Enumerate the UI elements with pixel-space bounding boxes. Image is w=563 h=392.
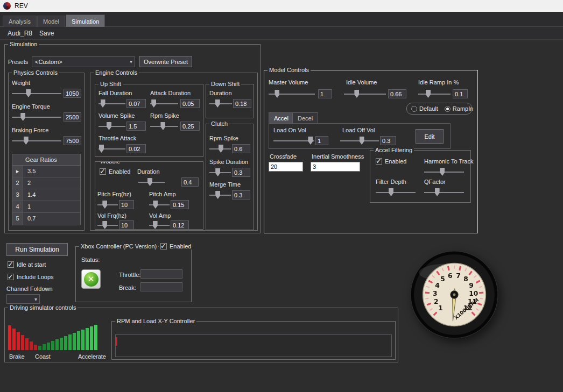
gear-ratio-cell[interactable]: 2	[23, 177, 80, 189]
up-shift-group: Up Shift Fall Duration 0.07 Attack Durat…	[95, 84, 203, 157]
overwrite-preset-button[interactable]: Overwrite Preset	[139, 56, 192, 67]
rpm-spike-value: 0.25	[180, 122, 200, 131]
gear-ratio-cell[interactable]: 1.4	[23, 189, 80, 201]
break-input[interactable]	[140, 282, 182, 291]
table-row[interactable]: 3 1.4	[12, 189, 80, 201]
xy-controller-pad[interactable]	[115, 334, 392, 357]
idle-volume-slider[interactable]	[344, 90, 386, 98]
load-off-value: 0.3	[380, 136, 396, 145]
menu-separator	[0, 39, 563, 40]
idle-volume-value: 0.66	[388, 89, 406, 98]
gear-ratio-cell[interactable]: 3.5	[23, 166, 80, 177]
checkbox-box	[100, 168, 106, 175]
crossfade-input[interactable]: 20	[269, 162, 303, 172]
throttle-attack-slider[interactable]	[98, 145, 125, 153]
load-tab-panel: Load On Vol 1 Load Off Vol 0.3 Edit	[269, 123, 451, 149]
throttle-input[interactable]	[140, 269, 182, 279]
idle-volume-label: Idle Volume	[346, 79, 377, 86]
svg-text:10: 10	[469, 290, 478, 297]
tab-model[interactable]: Model	[37, 16, 65, 27]
row-header[interactable]: 4	[12, 201, 23, 212]
vol-frq-slider[interactable]	[97, 221, 118, 230]
pitch-amp-slider[interactable]	[149, 201, 170, 209]
master-volume-slider[interactable]	[269, 90, 315, 98]
pitch-frq-label: Pitch Frq(hz)	[97, 191, 131, 198]
wobble-enabled-checkbox[interactable]: Enabled	[100, 168, 130, 175]
volume-spike-value: 1.5	[126, 122, 146, 131]
vol-amp-slider[interactable]	[149, 221, 170, 230]
xbox-group-title: Xbox Controller (PC Version)	[79, 243, 158, 250]
spike-duration-slider[interactable]	[209, 168, 231, 177]
accel-filtering-enabled-checkbox[interactable]: Enabled	[376, 158, 406, 165]
filter-depth-slider[interactable]	[376, 188, 416, 197]
row-header[interactable]: 3	[12, 189, 23, 201]
merge-time-value: 0.3	[232, 190, 250, 199]
filter-depth-label: Filter Depth	[376, 179, 406, 186]
radio-rampin[interactable]: RampIn	[445, 105, 474, 112]
rpm-gauge: 123456789101112 X1000RPM	[410, 251, 498, 339]
model-controls-group: Model Controls Master Volume 1 Idle Volu…	[264, 70, 478, 233]
radio-circle-icon	[445, 106, 451, 112]
row-selector-marker[interactable]: ▸	[12, 166, 23, 177]
vol-frq-label: Vol Frq(hz)	[97, 212, 126, 219]
inertial-smoothness-input[interactable]: 3	[311, 162, 360, 172]
harmonic-to-track-slider[interactable]	[424, 168, 464, 176]
radio-default[interactable]: Default	[411, 105, 438, 112]
tab-analysis[interactable]: Analysis	[3, 16, 37, 27]
pitch-frq-slider[interactable]	[97, 201, 118, 209]
merge-time-label: Merge Time	[209, 181, 241, 188]
idle-ramp-slider[interactable]	[418, 90, 451, 98]
rpm-spike-slider[interactable]	[150, 122, 178, 131]
presets-combobox[interactable]: <Custom>	[32, 56, 135, 67]
wobble-duration-slider[interactable]	[138, 178, 165, 187]
accel-filtering-title: Accel Filtering	[374, 147, 414, 154]
fall-duration-slider[interactable]	[98, 99, 125, 108]
row-header[interactable]: 2	[12, 177, 23, 189]
menu-item-save[interactable]: Save	[39, 30, 54, 37]
row-header[interactable]: 5	[12, 213, 23, 225]
ramp-mode-radio-group: Default RampIn	[406, 103, 472, 115]
load-off-slider[interactable]	[340, 137, 379, 145]
table-row[interactable]: 4 1	[12, 201, 80, 213]
table-row[interactable]: ▸ 3.5	[12, 166, 80, 177]
volume-spike-slider[interactable]	[98, 122, 125, 131]
merge-time-slider[interactable]	[209, 191, 231, 199]
xbox-enabled-checkbox[interactable]: Enabled	[159, 243, 193, 250]
qfactor-slider[interactable]	[424, 188, 464, 197]
menu-item-project[interactable]: Audi_R8	[8, 30, 32, 37]
menu-bar: Audi_R8 Save	[0, 27, 563, 39]
master-volume-label: Master Volume	[269, 79, 308, 86]
weight-slider[interactable]	[12, 89, 61, 98]
engine-torque-slider[interactable]	[12, 113, 61, 122]
accelerate-label: Accelerate	[78, 353, 106, 360]
tab-simulation[interactable]: Simulation	[66, 15, 105, 27]
checkbox-label: Enabled	[109, 168, 130, 175]
gear-ratio-cell[interactable]: 1	[23, 201, 80, 212]
load-on-label: Load On Vol	[273, 127, 306, 134]
throttle-label: Throttle:	[119, 272, 140, 279]
clutch-rpm-spike-slider[interactable]	[209, 145, 231, 153]
run-simulation-button[interactable]: Run Simulation	[6, 243, 68, 256]
svg-text:5: 5	[440, 275, 445, 283]
gear-ratio-cell[interactable]: 0.7	[23, 213, 80, 225]
window-title: REV	[15, 2, 28, 10]
edit-button[interactable]: Edit	[416, 129, 444, 144]
clutch-title: Clutch	[209, 120, 229, 127]
attack-duration-slider[interactable]	[150, 99, 178, 108]
include-loops-checkbox[interactable]: Include Loops	[8, 274, 54, 280]
down-shift-duration-value: 0.18	[233, 99, 251, 108]
fall-duration-value: 0.07	[126, 99, 146, 108]
down-shift-duration-slider[interactable]	[209, 99, 232, 108]
table-row[interactable]: 2 2	[12, 177, 80, 189]
load-on-slider[interactable]	[273, 137, 314, 145]
break-label: Break:	[119, 284, 136, 291]
presets-combobox-value: <Custom>	[35, 59, 62, 65]
crossfade-label: Crossfade	[270, 153, 297, 160]
channel-foldown-combobox[interactable]	[6, 294, 40, 304]
tab-accel[interactable]: Accel	[269, 112, 294, 123]
braking-force-slider[interactable]	[12, 137, 61, 145]
table-row[interactable]: 5 0.7	[12, 213, 80, 225]
tab-decel[interactable]: Decel	[292, 112, 318, 123]
idle-at-start-checkbox[interactable]: Idle at start	[8, 261, 46, 268]
down-shift-title: Down Shift	[209, 81, 241, 88]
